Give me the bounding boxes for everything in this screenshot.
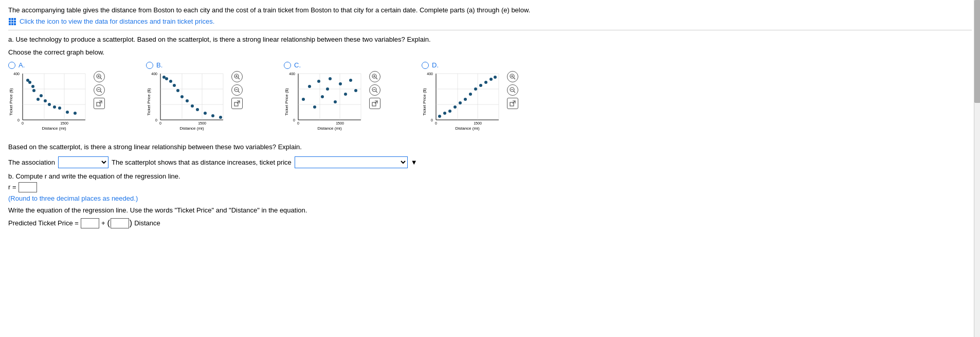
data-icon-row: Click the icon to view the data for dist… — [8, 17, 972, 26]
zoom-out-b[interactable] — [231, 84, 243, 96]
svg-point-130 — [448, 110, 451, 113]
svg-point-137 — [484, 81, 487, 84]
grid-icon[interactable] — [8, 17, 16, 26]
svg-point-69 — [219, 116, 222, 119]
scrollbar-thumb[interactable] — [974, 0, 980, 103]
svg-point-131 — [453, 105, 457, 109]
option-letter-b: B. — [156, 61, 162, 69]
zoom-in-d[interactable] — [507, 71, 518, 82]
graph-svg-b: 0 400 0 1500 Ticket Price ($) Distance (… — [146, 71, 228, 133]
svg-text:Distance (mi): Distance (mi) — [455, 126, 479, 131]
svg-text:Ticket Price ($): Ticket Price ($) — [9, 88, 13, 116]
paren-box: ( ) — [107, 218, 133, 228]
scrollbar-track[interactable] — [974, 0, 980, 337]
graph-area-c: 0 400 0 1500 Ticket Price ($) Distance (… — [284, 71, 366, 133]
intro-line1: The accompanying table gives the distanc… — [8, 5, 972, 15]
export-b[interactable] — [231, 98, 243, 109]
radio-a[interactable] — [8, 62, 15, 69]
svg-text:Distance (mi): Distance (mi) — [42, 126, 66, 131]
svg-point-65 — [191, 104, 194, 108]
data-link[interactable]: Click the icon to view the data for dist… — [20, 17, 214, 25]
svg-point-61 — [173, 84, 176, 87]
graph-container-c: 0 400 0 1500 Ticket Price ($) Distance (… — [284, 71, 380, 133]
zoom-in-c[interactable] — [369, 71, 380, 82]
svg-point-93 — [302, 98, 305, 101]
svg-point-66 — [196, 108, 199, 111]
option-letter-a: A. — [19, 61, 25, 69]
svg-point-62 — [176, 89, 179, 92]
choose-label: Choose the correct graph below. — [8, 48, 972, 56]
svg-rect-6 — [9, 23, 11, 25]
svg-point-63 — [180, 95, 184, 98]
svg-rect-3 — [9, 21, 11, 23]
svg-point-133 — [464, 98, 467, 101]
slope-input[interactable] — [111, 218, 129, 228]
graph-container-b: 0 400 0 1500 Ticket Price ($) Distance (… — [146, 71, 243, 133]
graph-svg-a: 0 400 0 1500 Ticket Price ($) Distance (… — [8, 71, 90, 133]
r-row: r = — [8, 182, 972, 192]
left-paren: ( — [107, 219, 110, 227]
svg-point-132 — [459, 101, 462, 104]
graph-option-b: B. 0 400 0 1500 Ticket Price ($) — [146, 61, 243, 133]
r-input[interactable] — [19, 182, 37, 192]
svg-line-110 — [376, 91, 377, 93]
svg-rect-2 — [14, 18, 16, 20]
svg-text:1500: 1500 — [60, 121, 68, 125]
svg-rect-7 — [11, 23, 13, 25]
graph-option-a: A. 0 400 — [8, 61, 105, 133]
zoom-out-d[interactable] — [507, 84, 518, 96]
option-header-b: B. — [146, 61, 162, 69]
svg-point-32 — [58, 107, 61, 110]
svg-point-60 — [169, 80, 172, 83]
zoom-in-b[interactable] — [231, 71, 243, 82]
svg-text:0: 0 — [435, 121, 437, 125]
svg-point-24 — [28, 81, 31, 84]
svg-text:Distance (mi): Distance (mi) — [179, 126, 204, 131]
svg-text:1500: 1500 — [474, 121, 482, 125]
radio-d[interactable] — [422, 62, 429, 69]
svg-text:0: 0 — [293, 118, 295, 122]
svg-line-75 — [238, 91, 240, 93]
svg-point-64 — [186, 99, 189, 102]
svg-text:0: 0 — [17, 118, 20, 122]
export-a[interactable] — [94, 98, 105, 109]
option-header-d: D. — [422, 61, 439, 69]
svg-line-145 — [514, 91, 515, 93]
svg-point-135 — [474, 87, 477, 91]
option-letter-c: C. — [294, 61, 301, 69]
predicted-ticket-price-label: Predicted Ticket Price = — [8, 219, 79, 227]
svg-line-106 — [376, 78, 377, 79]
association-dropdown-2[interactable]: also increases decreases stays the same — [295, 156, 408, 168]
radio-b[interactable] — [146, 62, 153, 69]
svg-point-27 — [37, 98, 40, 101]
svg-text:1500: 1500 — [336, 121, 344, 125]
export-d[interactable] — [507, 98, 518, 109]
export-c[interactable] — [369, 98, 380, 109]
svg-point-100 — [334, 100, 337, 103]
svg-point-29 — [44, 99, 47, 102]
svg-text:Ticket Price ($): Ticket Price ($) — [147, 88, 151, 116]
svg-line-141 — [514, 78, 515, 79]
option-header-a: A. — [8, 61, 25, 69]
zoom-out-a[interactable] — [94, 84, 105, 96]
radio-c[interactable] — [284, 62, 291, 69]
svg-text:0: 0 — [155, 118, 157, 122]
svg-point-96 — [317, 80, 320, 83]
association-middle-text: The scatterplot shows that as distance i… — [112, 158, 292, 166]
zoom-in-a[interactable] — [94, 71, 105, 82]
plus-sign: + — [101, 219, 105, 227]
intercept-input[interactable] — [81, 218, 99, 228]
svg-point-99 — [329, 77, 332, 80]
association-dropdown-1[interactable]: is strong is weak is moderate — [58, 156, 108, 168]
svg-line-36 — [100, 78, 102, 79]
association-prefix: The association — [8, 158, 55, 166]
svg-point-94 — [308, 85, 311, 88]
svg-point-68 — [211, 114, 214, 117]
graph-option-d: D. 0 400 0 1500 Ticket Price ($) — [422, 61, 518, 133]
round-note: (Round to three decimal places as needed… — [8, 194, 972, 202]
graph-area-d: 0 400 0 1500 Ticket Price ($) Distance (… — [422, 71, 504, 133]
dropdown2-arrow: ▼ — [411, 158, 418, 166]
graphs-row: A. 0 400 — [8, 61, 972, 133]
graph-option-c: C. 0 400 0 1500 Ticket Price ($) — [284, 61, 380, 133]
zoom-out-c[interactable] — [369, 84, 380, 96]
